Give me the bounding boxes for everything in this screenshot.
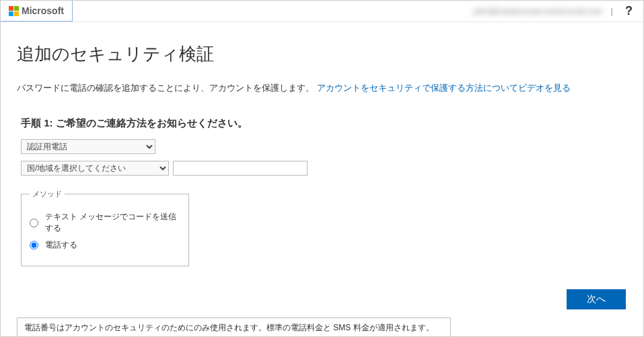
microsoft-logo-icon [9, 6, 19, 16]
description-video-link[interactable]: アカウントをセキュリティで保護する方法についてビデオを見る [317, 83, 571, 93]
phone-number-input[interactable] [173, 161, 308, 176]
region-phone-row: 国/地域を選択してください [21, 161, 627, 176]
method-legend: メソッド [30, 189, 65, 199]
auth-method-select[interactable]: 認証用電話 [21, 139, 155, 154]
microsoft-logo-text: Microsoft [22, 5, 64, 16]
page-description: パスワードに電話の確認を追加することにより、アカウントを保護します。 アカウント… [17, 82, 627, 94]
header-left: Microsoft [1, 1, 73, 22]
action-row: 次へ [17, 289, 627, 309]
region-select[interactable]: 国/地域を選択してください [21, 161, 169, 176]
radio-sms[interactable] [30, 219, 38, 227]
header-bar: Microsoft john@martymcnair.onmicrosoft.c… [1, 1, 643, 22]
header-right: john@martymcnair.onmicrosoft.com | ? [474, 4, 637, 18]
radio-call[interactable] [30, 241, 38, 250]
help-icon[interactable]: ? [621, 4, 637, 18]
user-email: john@martymcnair.onmicrosoft.com [474, 7, 603, 16]
description-text: パスワードに電話の確認を追加することにより、アカウントを保護します。 [17, 83, 314, 93]
radio-call-label[interactable]: 電話する [45, 239, 77, 251]
phone-notice: 電話番号はアカウントのセキュリティのためにのみ使用されます。標準の電話料金と S… [17, 317, 451, 337]
radio-row-call: 電話する [30, 239, 180, 251]
microsoft-logo[interactable]: Microsoft [1, 1, 73, 22]
step-1-heading: 手順 1: ご希望のご連絡方法をお知らせください。 [21, 117, 627, 130]
next-button[interactable]: 次へ [567, 289, 626, 309]
main-content: 追加のセキュリティ検証 パスワードに電話の確認を追加することにより、アカウントを… [1, 22, 643, 337]
method-fieldset: メソッド テキスト メッセージでコードを送信する 電話する [21, 189, 189, 266]
auth-method-row: 認証用電話 [21, 139, 627, 154]
radio-row-sms: テキスト メッセージでコードを送信する [30, 211, 180, 234]
page-title: 追加のセキュリティ検証 [17, 42, 627, 66]
radio-sms-label[interactable]: テキスト メッセージでコードを送信する [45, 211, 180, 234]
header-divider: | [611, 6, 613, 16]
